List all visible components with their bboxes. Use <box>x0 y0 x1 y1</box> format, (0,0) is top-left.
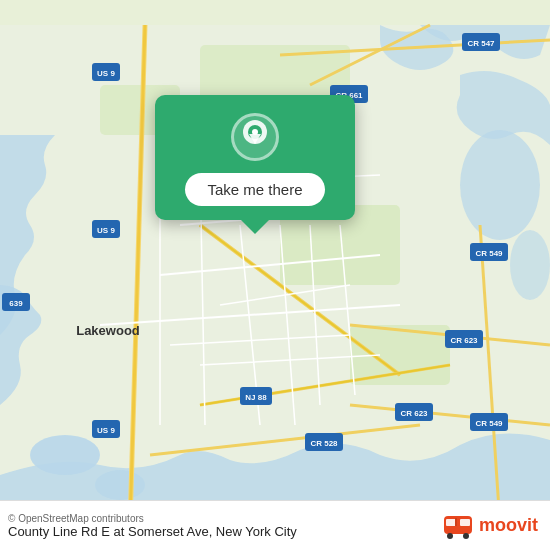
take-me-there-button[interactable]: Take me there <box>185 173 324 206</box>
svg-rect-55 <box>455 518 457 526</box>
bottom-info: © OpenStreetMap contributors County Line… <box>8 513 297 539</box>
us9-shield-mid: US 9 <box>97 226 115 235</box>
moovit-bus-icon <box>442 510 474 542</box>
lakewood-label: Lakewood <box>76 323 140 338</box>
us9-shield-top: US 9 <box>97 69 115 78</box>
r639-shield: 639 <box>9 299 23 308</box>
svg-point-4 <box>510 230 550 300</box>
moovit-logo: moovit <box>442 510 538 542</box>
svg-rect-51 <box>446 519 456 526</box>
svg-point-2 <box>95 470 145 500</box>
cr623-shield-bot: CR 623 <box>400 409 428 418</box>
location-icon-circle <box>231 113 279 161</box>
cr623-shield-top: CR 623 <box>450 336 478 345</box>
svg-rect-52 <box>460 519 470 526</box>
map-container: US 9 US 9 US 9 CR 547 CR 623 CR 623 CR 5… <box>0 0 550 550</box>
svg-point-53 <box>447 533 453 539</box>
cr549-shield-top: CR 549 <box>475 249 503 258</box>
svg-point-1 <box>30 435 100 475</box>
bottom-bar: © OpenStreetMap contributors County Line… <box>0 500 550 550</box>
location-pin-icon <box>241 120 269 154</box>
cr547-shield: CR 547 <box>467 39 495 48</box>
cr549-shield-bot: CR 549 <box>475 419 503 428</box>
svg-point-54 <box>463 533 469 539</box>
us9-shield-bot: US 9 <box>97 426 115 435</box>
nj88-shield: NJ 88 <box>245 393 267 402</box>
popup-card: Take me there <box>155 95 355 220</box>
osm-attribution: © OpenStreetMap contributors <box>8 513 297 524</box>
moovit-brand-text: moovit <box>479 515 538 536</box>
map-background: US 9 US 9 US 9 CR 547 CR 623 CR 623 CR 5… <box>0 0 550 550</box>
location-label: County Line Rd E at Somerset Ave, New Yo… <box>8 524 297 539</box>
svg-point-3 <box>460 130 540 240</box>
cr528-shield: CR 528 <box>310 439 338 448</box>
